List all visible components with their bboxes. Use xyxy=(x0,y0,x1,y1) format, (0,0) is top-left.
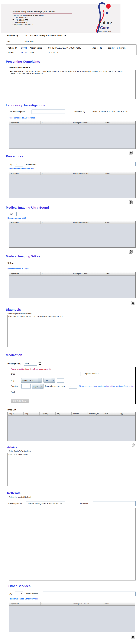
medication-title: Medication xyxy=(6,353,22,357)
clear-procedures-button[interactable] xyxy=(129,200,132,204)
total-label: Total xyxy=(10,391,15,393)
column-header[interactable]: Status xyxy=(104,272,136,276)
drug-input[interactable] xyxy=(21,372,81,376)
lab-investigation-input[interactable] xyxy=(32,110,65,114)
drug-grid-header: Drug ID Drug Fequency Way Duration Durat… xyxy=(8,412,136,416)
column-header[interactable]: Status xyxy=(104,221,136,224)
xray-title: Medical Imaging X-Ray xyxy=(6,254,40,258)
complaints-textarea[interactable]: BREAST USS REPORT; BOTH BREAST HAVE SONO… xyxy=(9,70,136,99)
column-header[interactable]: Way xyxy=(56,412,72,416)
recommended-procedures-link[interactable]: Recommended Procedures xyxy=(9,168,34,170)
other-qty-input[interactable] xyxy=(15,592,23,596)
consultation-form-page: Future Care by Future Holdings (Pty) Lim… xyxy=(0,0,139,644)
column-header[interactable]: Investigation / Service xyxy=(72,602,104,606)
dropdown-arrow-icon: ▼ xyxy=(52,378,55,382)
column-header[interactable]: Duration Type xyxy=(88,412,104,416)
column-header[interactable]: Investigation/Service xyxy=(72,221,104,224)
column-header[interactable]: ID xyxy=(41,221,72,224)
xray-field-label: X-Rays : xyxy=(8,262,15,264)
column-header[interactable]: Status xyxy=(104,172,136,175)
procedures-grid[interactable]: Department ID Investigation/Service Stat… xyxy=(9,172,136,198)
clear-xray-button[interactable] xyxy=(131,301,135,305)
recommended-other-services-link[interactable]: Recommended Other Services xyxy=(10,598,38,600)
refferal-list-box[interactable] xyxy=(9,508,136,580)
duration-unit-select[interactable]: Day/s ▼ xyxy=(32,384,44,389)
prescription-id-input[interactable] xyxy=(24,362,37,366)
company-phone1: T: +24 82 593 593 xyxy=(12,17,44,19)
visit-date-value: 2024-10-07 xyxy=(48,52,58,54)
procedures-input[interactable] xyxy=(42,162,136,166)
xray-grid[interactable]: Department ID Investigation/Service Stat… xyxy=(9,272,136,298)
lab-grid-header: Department ID Investigation/Service Stat… xyxy=(9,121,136,124)
column-header[interactable]: ID xyxy=(41,272,72,276)
uss-grid[interactable]: Department ID Investigation/Service Stat… xyxy=(9,221,136,248)
recommended-xray-link[interactable]: Recommended X-Rays xyxy=(8,268,28,270)
dropdown-arrow-icon: ▼ xyxy=(40,384,43,389)
column-header[interactable]: Department xyxy=(9,221,41,224)
clear-uss-button[interactable] xyxy=(129,250,132,254)
column-header[interactable]: Duration xyxy=(72,412,88,416)
visit-id-colon: : xyxy=(20,52,20,54)
clear-lab-button[interactable] xyxy=(129,151,132,155)
add-drug-button[interactable]: + Add Drug xyxy=(11,399,29,403)
xray-input[interactable] xyxy=(18,261,136,265)
column-header[interactable]: Qty xyxy=(120,412,136,416)
way-select[interactable]: Before Meal ▼ xyxy=(21,378,42,383)
consultant-input[interactable] xyxy=(93,501,136,506)
column-header[interactable]: Investigation/Service xyxy=(72,121,104,124)
duration-input[interactable] xyxy=(21,384,31,388)
visit-date-label: Date xyxy=(30,52,34,54)
clear-advice-button[interactable] xyxy=(131,443,136,448)
special-notes-input[interactable] xyxy=(102,372,126,376)
visit-id-label: Visit ID xyxy=(8,52,14,54)
column-header[interactable]: Note xyxy=(104,412,120,416)
advice-sublabel: Enter Doctor's Advice Here xyxy=(9,450,31,452)
column-header[interactable]: Fequency xyxy=(40,412,56,416)
refresh-icon xyxy=(38,362,42,365)
per-meal-label: Drugs/Tablets per meal : xyxy=(45,385,66,387)
column-header[interactable]: Department xyxy=(9,172,41,175)
column-header[interactable]: ID xyxy=(41,172,72,175)
company-number: Company No.8417652-2 xyxy=(12,24,44,26)
lab-results-grid[interactable]: Department ID Investigation/Service Stat… xyxy=(9,121,136,149)
refresh-prescription-button[interactable] xyxy=(38,361,42,366)
clear-other-services-button[interactable] xyxy=(131,635,135,639)
prescription-id-label: Prescription ID : xyxy=(8,363,22,365)
column-header[interactable]: Drug ID xyxy=(8,412,24,416)
column-header[interactable]: ID xyxy=(41,121,72,124)
drug-label: Drug xyxy=(10,373,15,375)
column-header[interactable]: Department xyxy=(9,121,41,124)
other-services-input[interactable] xyxy=(43,592,136,596)
advice-textarea[interactable]: SEND FOR MAMOGRAM xyxy=(8,452,135,486)
patient-id-colon: : xyxy=(21,47,22,49)
procedures-qty-input[interactable] xyxy=(15,162,23,166)
column-header[interactable]: Status xyxy=(104,121,136,124)
uss-input[interactable] xyxy=(16,212,136,216)
diagnosis-sublabel: Enter Diagnosis Details Here xyxy=(8,312,32,314)
procedures-qty-label: Qty : xyxy=(9,163,13,166)
column-header[interactable]: Status xyxy=(104,602,135,606)
diagnosis-textarea[interactable]: SUPERFICIAL VEINS VARICES OR OTHER PROCE… xyxy=(8,315,135,348)
uss-grid-header: Department ID Investigation/Service Stat… xyxy=(9,221,136,224)
column-header[interactable]: Investigation/Service xyxy=(72,172,104,175)
other-services-grid[interactable]: Department ID Investigation / Service St… xyxy=(9,602,135,632)
way-label: Way xyxy=(10,380,14,382)
column-header[interactable]: ID xyxy=(40,602,72,606)
column-header[interactable]: Investigation/Service xyxy=(72,272,104,276)
other-services-field-label: Other Services : xyxy=(25,592,39,595)
reffering-doctor-input[interactable] xyxy=(26,501,65,506)
future-care-logo: Future Care ♥ Body Mind Soul xyxy=(92,2,116,33)
column-header[interactable]: Department xyxy=(9,602,40,606)
way-qty-input[interactable] xyxy=(57,378,64,382)
drug-list-grid[interactable]: Drug ID Drug Fequency Way Duration Durat… xyxy=(8,412,136,442)
recommended-uss-link[interactable]: Recommended USS xyxy=(8,217,26,219)
frequency-select-value: OD xyxy=(44,380,52,382)
frequency-select[interactable]: OD ▼ xyxy=(44,378,55,383)
recommended-lab-testings-link[interactable]: Recommended Lab Testings xyxy=(9,117,35,119)
procedures-title: Procedures xyxy=(6,154,23,158)
per-meal-input[interactable] xyxy=(69,384,78,388)
column-header[interactable]: Department xyxy=(9,272,41,276)
uss-title: Medical Imaging Ultra Sound xyxy=(6,206,49,209)
refferals-sublabel: Select the needed Refferal xyxy=(9,496,31,498)
column-header[interactable]: Drug xyxy=(24,412,40,416)
